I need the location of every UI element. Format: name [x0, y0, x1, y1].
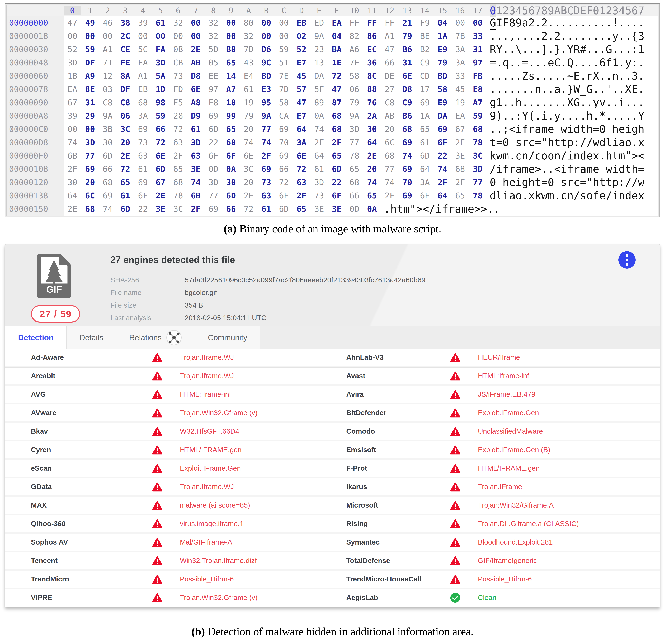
hex-byte[interactable]: 77	[469, 178, 487, 187]
hex-byte[interactable]: 63	[134, 151, 152, 160]
hex-byte[interactable]: 65	[222, 124, 240, 134]
hex-byte[interactable]: 28	[169, 111, 187, 120]
hex-byte[interactable]: A1	[99, 44, 116, 54]
hex-byte[interactable]: 6E	[187, 84, 205, 94]
hex-byte[interactable]: 03	[99, 84, 116, 94]
hex-byte[interactable]: DF	[116, 84, 134, 94]
hex-byte[interactable]: 39	[134, 18, 152, 27]
hex-byte[interactable]: C8	[99, 98, 116, 107]
hex-byte[interactable]: 78	[169, 191, 187, 200]
hex-byte[interactable]: 6E	[275, 191, 293, 200]
hex-byte[interactable]: 7D	[275, 84, 293, 94]
hex-byte[interactable]: 32	[169, 18, 187, 27]
hex-byte[interactable]: 00	[275, 18, 293, 27]
hex-byte[interactable]: 3A	[451, 44, 469, 54]
hex-byte[interactable]: 00	[451, 18, 469, 27]
hex-byte[interactable]: E8	[469, 84, 487, 94]
hex-byte[interactable]: 00	[169, 31, 187, 41]
hex-byte[interactable]: 2E	[152, 191, 169, 200]
hex-byte[interactable]: 1B	[63, 71, 81, 81]
hex-rows[interactable]: 0000000047494638396132003200800000EBEDEA…	[6, 16, 658, 216]
hex-byte[interactable]: 87	[328, 98, 345, 107]
hex-byte[interactable]: 68	[134, 98, 152, 107]
hex-byte[interactable]: 45	[451, 84, 469, 94]
hex-byte[interactable]: DE	[381, 71, 398, 81]
hex-byte[interactable]: 6B	[63, 151, 81, 160]
hex-byte[interactable]: 68	[398, 124, 416, 134]
hex-byte[interactable]: 2F	[434, 178, 451, 187]
hex-byte[interactable]: 72	[152, 138, 169, 147]
hex-byte[interactable]: A8	[187, 98, 205, 107]
hex-byte[interactable]: 6D	[275, 204, 293, 214]
hex-byte[interactable]: 72	[328, 71, 345, 81]
hex-byte[interactable]: 6E	[293, 151, 310, 160]
hex-byte[interactable]: 18	[222, 98, 240, 107]
hex-byte[interactable]: 2E	[63, 204, 81, 214]
hex-byte-cells[interactable]: 39299A063A5928D96999799ACAE70A689A2AABB6…	[63, 111, 487, 120]
hex-byte[interactable]: 61	[240, 84, 258, 94]
hex-ascii-text[interactable]: kwm.cn/coon/index.htm"><	[487, 150, 644, 162]
hex-byte[interactable]: B6	[398, 111, 416, 120]
hex-byte[interactable]: 6D	[152, 164, 169, 174]
hex-byte[interactable]: 67	[152, 178, 169, 187]
hex-byte[interactable]: 68	[99, 178, 116, 187]
hex-byte[interactable]: 5F	[310, 84, 328, 94]
hex-byte[interactable]: 32	[205, 31, 222, 41]
hex-byte[interactable]: 3E	[187, 164, 205, 174]
hex-byte[interactable]: 97	[469, 58, 487, 67]
hex-byte[interactable]: 68	[469, 124, 487, 134]
hex-byte[interactable]: 64	[363, 138, 381, 147]
hex-byte[interactable]: 69	[134, 178, 152, 187]
hex-byte[interactable]: 04	[434, 18, 451, 27]
hex-ascii-text[interactable]: ..;<iframe width=0 heigh	[487, 123, 644, 135]
hex-byte[interactable]: 79	[345, 98, 363, 107]
tab-relations[interactable]: Relations	[116, 326, 195, 349]
hex-byte[interactable]: 77	[381, 164, 398, 174]
hex-byte[interactable]: 66	[152, 124, 169, 134]
hex-byte[interactable]: 00	[134, 31, 152, 41]
hex-byte[interactable]: 00	[275, 31, 293, 41]
hex-byte[interactable]: 47	[63, 18, 81, 27]
hex-byte[interactable]: E5	[169, 98, 187, 107]
hex-byte[interactable]: 9C	[258, 58, 275, 67]
hex-byte[interactable]: 68	[328, 124, 345, 134]
hex-byte[interactable]: 51	[275, 58, 293, 67]
hex-byte[interactable]: 3C	[116, 124, 134, 134]
hex-byte[interactable]: 00	[99, 31, 116, 41]
hex-byte[interactable]: 3D	[345, 124, 363, 134]
hex-byte[interactable]: 6E	[398, 71, 416, 81]
hex-byte[interactable]: 61	[187, 124, 205, 134]
hex-byte-cells[interactable]: 5259A1CE5CFA0B2E5DB87DD6595223BAA6EC47B6…	[63, 44, 487, 54]
hex-byte[interactable]: 6D	[99, 151, 116, 160]
hex-byte[interactable]: 3D	[205, 178, 222, 187]
hex-byte[interactable]: 2F	[381, 191, 398, 200]
hex-byte[interactable]: 46	[99, 18, 116, 27]
hex-byte[interactable]: 77	[345, 138, 363, 147]
hex-byte[interactable]: 02	[293, 31, 310, 41]
hex-byte[interactable]: 0B	[169, 44, 187, 54]
hex-ascii-text[interactable]: .....Zs.....~E.rX..n..3.	[487, 70, 644, 82]
hex-byte[interactable]: 59	[81, 44, 99, 54]
hex-byte[interactable]: 6B	[187, 191, 205, 200]
hex-byte[interactable]: 2F	[258, 151, 275, 160]
hex-ascii-text[interactable]: ...,....2.2........y..{3	[487, 30, 644, 42]
hex-byte[interactable]: 27	[381, 84, 398, 94]
hex-byte[interactable]: 73	[169, 71, 187, 81]
hex-byte[interactable]: 2E	[116, 151, 134, 160]
hex-byte[interactable]: 19	[451, 98, 469, 107]
hex-byte[interactable]: 1D	[152, 84, 169, 94]
hex-byte[interactable]: 59	[275, 44, 293, 54]
hex-byte[interactable]: 69	[205, 111, 222, 120]
hex-byte-cells[interactable]: 30206865696768743D30207372633D2268747470…	[63, 178, 487, 187]
hex-byte[interactable]: 98	[152, 98, 169, 107]
hex-ascii-text[interactable]: RY..\...].}.YR#...G...:1	[487, 43, 644, 56]
hex-byte[interactable]: 29	[81, 111, 99, 120]
hex-byte[interactable]: E9	[434, 44, 451, 54]
hex-byte[interactable]: 3B	[99, 124, 116, 134]
hex-byte[interactable]: 63	[187, 151, 205, 160]
hex-byte[interactable]: B6	[398, 44, 416, 54]
hex-byte[interactable]: 20	[240, 124, 258, 134]
hex-byte[interactable]: DF	[81, 58, 99, 67]
hex-byte[interactable]: DA	[310, 71, 328, 81]
hex-byte[interactable]: 69	[275, 124, 293, 134]
